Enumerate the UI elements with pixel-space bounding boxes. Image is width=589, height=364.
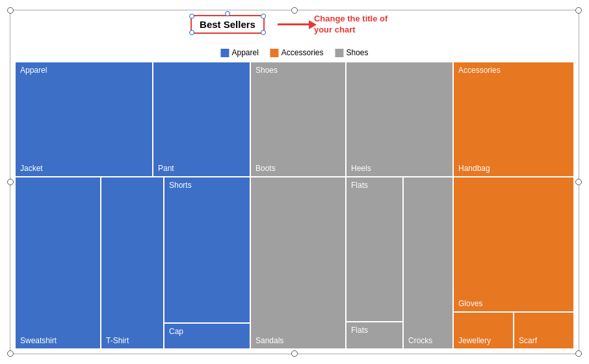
legend-label-shoes: Shoes: [347, 48, 369, 57]
label-jacket: Jacket: [20, 164, 43, 173]
cell-sweatshirt: Sweatshirt: [16, 177, 100, 348]
chart-legend: Apparel Accessories Shoes: [220, 48, 368, 57]
cell-jewellery: Jewellery: [454, 313, 513, 348]
handle-bl[interactable]: [7, 350, 14, 357]
chart-title-box[interactable]: Best Sellers: [190, 15, 265, 34]
annotation-arrow: [278, 23, 310, 25]
label-accessories: Accessories: [458, 66, 501, 75]
legend-item-accessories: Accessories: [270, 48, 324, 57]
shoes-top-row: Shoes Boots Heels: [251, 62, 452, 176]
label-boots: Boots: [255, 164, 276, 173]
title-handle-br[interactable]: [261, 30, 266, 35]
cell-boots: Shoes Boots: [251, 62, 345, 176]
handle-tr[interactable]: [575, 7, 582, 14]
label-scarf: Scarf: [519, 336, 537, 345]
title-handle-tm[interactable]: [225, 11, 230, 16]
cell-flats1: Flats: [347, 177, 402, 321]
handle-mr[interactable]: [575, 179, 582, 185]
handle-bm[interactable]: [291, 350, 298, 357]
legend-item-shoes: Shoes: [335, 48, 369, 57]
label-sandals: Sandals: [255, 336, 283, 345]
cell-shorts: Shorts: [164, 177, 250, 322]
legend-swatch-shoes: [335, 49, 344, 57]
cell-handbag: Accessories Handbag: [454, 62, 573, 176]
label-pant: Pant: [158, 164, 174, 173]
label-shoes: Shoes: [255, 66, 278, 75]
label-sweatshirt: Sweatshirt: [20, 336, 57, 345]
label-flats2: Flats: [351, 326, 368, 335]
chart-title-text: Best Sellers: [200, 19, 255, 30]
shoes-column: Shoes Boots Heels Sandals Flats Flats: [251, 62, 452, 348]
label-shorts: Shorts: [169, 181, 192, 190]
cell-tshirt: T-Shirt: [101, 177, 163, 348]
accessories-bottom-row: Jewellery Scarf: [454, 313, 573, 348]
annotation-text: Change the title of your chart: [314, 14, 399, 36]
cell-cap: Cap: [164, 324, 250, 348]
cell-crocks: Crocks: [404, 177, 452, 348]
annotation-area: Change the title of your chart: [278, 14, 399, 36]
title-handle-bl[interactable]: [189, 30, 194, 35]
treemap: Apparel Jacket Pant Sweatshirt T-Shirt S…: [16, 62, 573, 348]
label-flats1: Flats: [351, 181, 368, 190]
label-gloves: Gloves: [458, 299, 482, 308]
apparel-column: Apparel Jacket Pant Sweatshirt T-Shirt S…: [16, 62, 250, 348]
handle-br[interactable]: [575, 350, 582, 357]
cell-scarf: Scarf: [514, 313, 573, 348]
legend-label-apparel: Apparel: [231, 48, 258, 57]
label-jewellery: Jewellery: [458, 336, 491, 345]
label-handbag: Handbag: [458, 164, 490, 173]
handle-ml[interactable]: [7, 179, 14, 185]
legend-label-accessories: Accessories: [281, 48, 324, 57]
label-cap: Cap: [169, 327, 183, 336]
cell-gloves: Gloves: [454, 177, 573, 311]
apparel-bottom-row: Sweatshirt T-Shirt Shorts Cap: [16, 177, 250, 348]
handle-tl[interactable]: [7, 7, 14, 14]
accessories-column: Accessories Handbag Gloves Jewellery Sca…: [454, 62, 573, 348]
title-handle-tr[interactable]: [261, 14, 266, 19]
shoes-bottom-row: Sandals Flats Flats Crocks: [251, 177, 452, 348]
legend-item-apparel: Apparel: [220, 48, 258, 57]
legend-swatch-apparel: [220, 49, 229, 57]
cell-sandals: Sandals: [251, 177, 345, 348]
title-handle-tl[interactable]: [189, 14, 194, 19]
shorts-cap-col: Shorts Cap: [164, 177, 250, 348]
apparel-top-row: Apparel Jacket Pant: [16, 62, 250, 176]
label-heels: Heels: [351, 164, 371, 173]
handle-tm[interactable]: [291, 7, 298, 14]
label-apparel: Apparel: [20, 66, 47, 75]
cell-flats2: Flats: [347, 322, 402, 348]
legend-swatch-accessories: [270, 49, 279, 57]
flats-col: Flats Flats: [347, 177, 402, 348]
label-tshirt: T-Shirt: [106, 336, 129, 345]
cell-pant: Pant: [153, 62, 250, 176]
title-area: Best Sellers Change the title of your ch…: [190, 14, 399, 36]
chart-container: Best Sellers Change the title of your ch…: [10, 10, 579, 354]
label-crocks: Crocks: [408, 336, 432, 345]
cell-heels: Heels: [347, 62, 452, 176]
cell-jacket: Apparel Jacket: [16, 62, 152, 176]
